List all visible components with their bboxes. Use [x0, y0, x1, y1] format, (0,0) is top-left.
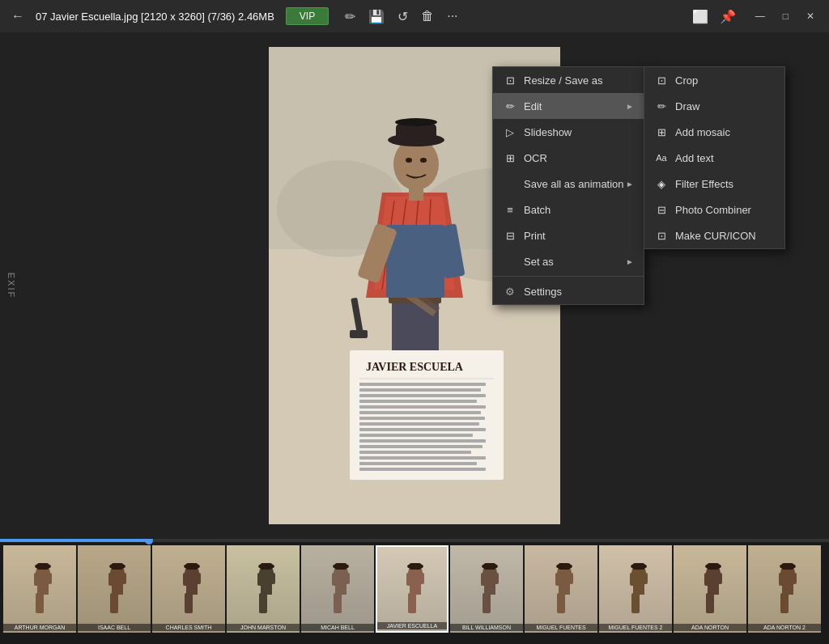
- svg-rect-83: [343, 573, 350, 584]
- svg-rect-117: [704, 573, 711, 586]
- svg-point-26: [406, 158, 412, 163]
- thumbnail-item[interactable]: CHARLES SMITH: [152, 545, 225, 633]
- draw-icon: ✏: [654, 99, 669, 113]
- thumb-progress-bar: [0, 539, 149, 542]
- svg-rect-106: [559, 563, 570, 570]
- svg-rect-47: [359, 451, 471, 454]
- svg-rect-82: [332, 573, 338, 586]
- submenu-item-makeicon[interactable]: ⊡ Make CUR/ICON: [644, 222, 784, 248]
- svg-rect-48: [359, 456, 486, 460]
- submenu-label-makeicon: Make CUR/ICON: [675, 230, 756, 242]
- svg-rect-124: [779, 573, 785, 586]
- svg-rect-46: [359, 445, 483, 448]
- animation-arrow-icon: ►: [626, 180, 634, 189]
- thumb-figure-svg: [317, 557, 358, 621]
- thumbnail-item[interactable]: MIGUEL FUENTES 2: [599, 545, 672, 633]
- edit-submenu: ⊡ Crop ✏ Draw ⊞ Add mosaic Aa Add text ◈…: [644, 66, 785, 249]
- makeicon-icon: ⊡: [654, 228, 669, 243]
- thumbnail-item[interactable]: ARTHUR MORGAN: [3, 545, 76, 633]
- thumb-label: MIGUEL FUENTES: [525, 624, 597, 631]
- minimize-button[interactable]: —: [747, 7, 773, 25]
- thumb-figure-svg: [764, 557, 805, 621]
- svg-rect-107: [631, 593, 640, 613]
- thumbnail-item[interactable]: ISAAC BELL: [78, 545, 151, 633]
- submenu-item-filter[interactable]: ◈ Filter Effects: [644, 171, 784, 197]
- maximize-button[interactable]: □: [775, 7, 797, 25]
- thumbnail-item[interactable]: ADA NORTON 2: [748, 545, 821, 633]
- close-button[interactable]: ✕: [798, 7, 823, 25]
- thumb-figure-svg: [466, 557, 507, 621]
- svg-rect-79: [334, 593, 342, 613]
- svg-rect-44: [359, 434, 473, 437]
- thumb-progress-track[interactable]: [0, 539, 829, 542]
- thumbnail-item[interactable]: ADA NORTON: [674, 545, 746, 633]
- menu-label-animation: Save all as animation: [524, 178, 624, 190]
- thumbnail-item[interactable]: MIGUEL FUENTES: [525, 545, 597, 633]
- delete-icon-btn[interactable]: 🗑: [416, 6, 439, 27]
- menu-label-slideshow: Slideshow: [524, 126, 572, 138]
- menu-item-setas[interactable]: Set as ►: [493, 248, 644, 274]
- menu-label-resize: Resize / Save as: [524, 74, 603, 87]
- more-icon-btn[interactable]: ···: [442, 6, 462, 27]
- edit-menu-icon: ✏: [503, 99, 517, 113]
- thumb-label: ADA NORTON: [674, 624, 746, 631]
- setas-arrow-icon: ►: [626, 257, 634, 266]
- submenu-item-draw[interactable]: ✏ Draw: [644, 93, 784, 119]
- menu-item-slideshow[interactable]: ▷ Slideshow: [493, 119, 644, 145]
- submenu-item-crop[interactable]: ⊡ Crop: [644, 67, 784, 93]
- edit-arrow-icon: ►: [626, 102, 634, 111]
- rotate-icon-btn[interactable]: ↺: [393, 6, 413, 28]
- menu-item-ocr[interactable]: ⊞ OCR: [493, 145, 644, 171]
- svg-rect-43: [359, 428, 486, 431]
- thumb-label: BILL WILLIAMSON: [450, 624, 523, 631]
- svg-rect-89: [406, 573, 413, 586]
- thumbnail-item[interactable]: JAVIER ESCUELLA: [376, 545, 449, 633]
- thumb-figure-svg: [168, 557, 209, 621]
- back-button[interactable]: ←: [6, 6, 29, 27]
- addtext-icon: Aa: [654, 150, 669, 165]
- crop-icon: ⊡: [654, 73, 669, 87]
- exif-label: EXIF: [6, 273, 16, 299]
- svg-rect-86: [408, 593, 416, 613]
- thumbnail-item[interactable]: MICAH BELL: [301, 545, 374, 633]
- svg-rect-54: [34, 573, 40, 586]
- svg-rect-127: [782, 563, 793, 570]
- svg-rect-41: [359, 417, 485, 420]
- thumb-figure-svg: [690, 557, 730, 621]
- thumb-label: ISAAC BELL: [78, 624, 151, 631]
- menu-item-print[interactable]: ⊟ Print: [493, 222, 644, 248]
- svg-rect-111: [641, 573, 648, 584]
- svg-rect-65: [185, 593, 193, 613]
- svg-rect-24: [396, 124, 436, 144]
- svg-text:JAVIER ESCUELA: JAVIER ESCUELA: [366, 361, 464, 373]
- main-area: EXIF: [0, 32, 829, 539]
- pin-icon-btn[interactable]: 📌: [715, 6, 741, 28]
- thumb-label: MICAH BELL: [301, 624, 374, 631]
- save-icon-btn[interactable]: 💾: [363, 6, 389, 28]
- menu-item-resize[interactable]: ⊡ Resize / Save as: [493, 67, 644, 93]
- vip-button[interactable]: VIP: [286, 7, 329, 25]
- menu-item-animation[interactable]: Save all as animation ►: [493, 171, 644, 197]
- svg-rect-103: [555, 573, 562, 586]
- thumb-figure-svg: [19, 557, 60, 621]
- thumbnail-item[interactable]: JOHN MARSTON: [227, 545, 300, 633]
- submenu-item-mosaic[interactable]: ⊞ Add mosaic: [644, 119, 784, 145]
- file-title: 07 Javier Escuella.jpg [2120 x 3260] (7/…: [36, 11, 274, 23]
- submenu-item-text[interactable]: Aa Add text: [644, 145, 784, 171]
- menu-item-edit[interactable]: ✏ Edit ►: [493, 93, 644, 119]
- svg-rect-61: [108, 573, 115, 586]
- thumb-label: ADA NORTON 2: [748, 624, 821, 631]
- svg-rect-90: [418, 573, 424, 584]
- thumb-figure-svg: [541, 557, 581, 621]
- menu-item-settings[interactable]: ⚙ Settings: [493, 278, 644, 304]
- submenu-item-photocombiner[interactable]: ⊟ Photo Combiner: [644, 197, 784, 222]
- svg-rect-68: [183, 573, 189, 586]
- menu-item-batch[interactable]: ≡ Batch: [493, 197, 644, 222]
- svg-rect-30: [350, 330, 368, 338]
- thumb-label: ARTHUR MORGAN: [3, 624, 76, 631]
- fullscreen-icon-btn[interactable]: ⬜: [687, 6, 713, 28]
- thumbnail-item[interactable]: BILL WILLIAMSON: [450, 545, 523, 633]
- edit-icon-btn[interactable]: ✏: [340, 6, 360, 28]
- svg-rect-64: [112, 563, 123, 570]
- svg-rect-75: [257, 573, 264, 586]
